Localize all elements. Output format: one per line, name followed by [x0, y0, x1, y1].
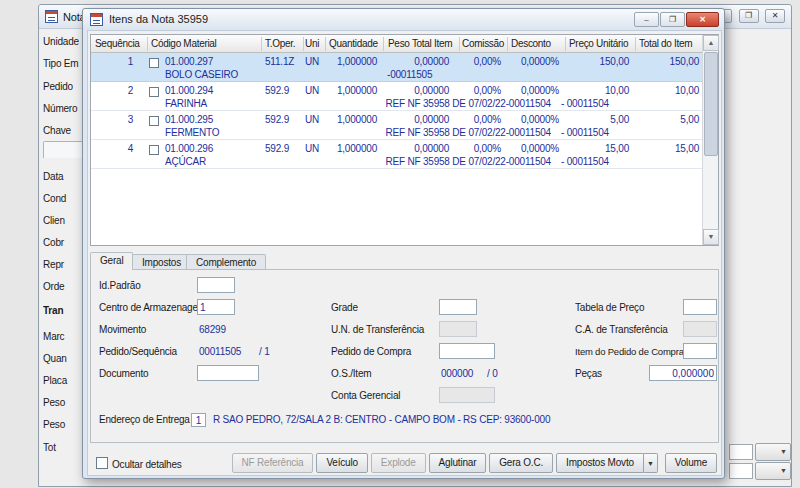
- cell-codigo: 01.000.295: [165, 114, 213, 126]
- bg-partial-field-2[interactable]: [729, 463, 753, 479]
- item-pedido-compra-field[interactable]: [683, 343, 717, 359]
- nf-referencia-button[interactable]: NF Referência: [232, 453, 314, 473]
- tabela-preco-field[interactable]: [683, 299, 717, 315]
- cell-referencia-2: - 00011504: [561, 127, 609, 139]
- ca-transferencia-field: [683, 321, 717, 337]
- dialog-icon: [90, 13, 103, 26]
- col-header-quantidade[interactable]: Quantidade: [329, 38, 378, 49]
- gera-oc-button[interactable]: Gera O.C.: [489, 453, 553, 473]
- endereco-entrega-label: Endereço de Entrega: [99, 412, 190, 428]
- footer-buttons: NF Referência Veículo Explode Aglutinar …: [229, 453, 717, 473]
- dialog-titlebar[interactable]: Itens da Nota 35959 – ❐ ✕: [83, 9, 724, 30]
- col-header-codigo[interactable]: Código Material: [151, 38, 217, 49]
- scroll-down-icon[interactable]: ▼: [703, 229, 719, 245]
- itens-da-nota-dialog: Itens da Nota 35959 – ❐ ✕ Sequência Códi…: [82, 8, 725, 479]
- bg-partial-dropdown-2[interactable]: ▼: [755, 462, 791, 480]
- col-header-desconto[interactable]: Desconto: [511, 38, 551, 49]
- table-row[interactable]: 4 01.000.296 592.9 UN 1,000000 0,00000 0…: [91, 140, 702, 169]
- cell-uni: UN: [305, 143, 319, 155]
- bg-label-peso2: Peso: [43, 419, 85, 430]
- chevron-down-icon[interactable]: ▼: [644, 453, 658, 473]
- grade-field[interactable]: [439, 299, 477, 315]
- cell-descricao: FARINHA: [165, 98, 207, 110]
- tab-complemento[interactable]: Complemento: [186, 254, 266, 270]
- scrollbar-thumb[interactable]: [704, 52, 718, 156]
- cell-descricao: FERMENTO: [165, 127, 219, 139]
- veiculo-button[interactable]: Veículo: [316, 453, 367, 473]
- background-form-labels: Unidade Tipo Em Pedido Número Chave Data…: [41, 33, 85, 485]
- pecas-label: Peças: [575, 366, 602, 382]
- bg-label-unidade: Unidade: [43, 36, 85, 47]
- aglutinar-button[interactable]: Aglutinar: [429, 453, 487, 473]
- col-header-comissao[interactable]: Comissão: [462, 38, 504, 49]
- bg-partial-field-1[interactable]: [729, 444, 753, 460]
- cell-preco: 15,00: [567, 143, 629, 155]
- minimize-icon[interactable]: –: [634, 12, 659, 27]
- col-header-toper[interactable]: T.Oper.: [265, 38, 295, 49]
- cell-quantidade: 1,000000: [321, 56, 377, 68]
- cell-peso: 0,00000: [387, 85, 449, 97]
- cell-peso: 0,00000: [387, 114, 449, 126]
- centro-armazenagem-field[interactable]: [197, 299, 235, 315]
- col-header-uni[interactable]: Uni: [305, 38, 319, 49]
- un-transferencia-label: U.N. de Transferência: [331, 322, 424, 338]
- cell-toper: 592.9: [265, 114, 289, 126]
- col-header-preco[interactable]: Preço Unitário: [569, 38, 628, 49]
- chevron-down-icon: ▼: [780, 467, 787, 474]
- ocultar-detalhes-checkbox[interactable]: [96, 457, 108, 469]
- bg-tab-fragment[interactable]: [43, 141, 85, 158]
- maximize-icon[interactable]: ❐: [739, 9, 759, 23]
- bg-label-chave: Chave: [43, 125, 85, 136]
- bg-label-numero: Número: [43, 103, 85, 114]
- close-icon[interactable]: ✕: [765, 9, 785, 23]
- items-grid: Sequência Código Material T.Oper. Uni Qu…: [90, 34, 719, 246]
- row-checkbox[interactable]: [149, 145, 159, 155]
- table-row[interactable]: 3 01.000.295 592.9 UN 1,000000 0,00000 0…: [91, 111, 702, 140]
- cell-descricao: AÇÚCAR: [165, 156, 206, 168]
- movimento-label: Movimento: [99, 322, 146, 338]
- cell-referencia: REF NF 35958 DE 07/02/22-00011504: [291, 156, 551, 168]
- bg-partial-dropdown-1[interactable]: ▼: [755, 443, 791, 461]
- cell-comissao: 0,00%: [459, 85, 501, 97]
- tab-impostos[interactable]: Impostos: [132, 254, 191, 270]
- col-header-peso[interactable]: Peso Total Item: [388, 38, 452, 49]
- cell-referencia: -00011505: [387, 69, 432, 81]
- pecas-field[interactable]: [649, 365, 717, 381]
- pedido-compra-field[interactable]: [439, 343, 495, 359]
- row-checkbox[interactable]: [149, 87, 159, 97]
- cell-total: 150,00: [637, 56, 699, 68]
- cell-quantidade: 1,000000: [321, 85, 377, 97]
- col-header-total[interactable]: Total do Item: [639, 38, 692, 49]
- volume-button[interactable]: Volume: [665, 453, 717, 473]
- grid-scrollbar[interactable]: ▲ ▼: [702, 35, 718, 245]
- scroll-up-icon[interactable]: ▲: [703, 35, 719, 51]
- cell-total: 5,00: [637, 114, 699, 126]
- un-transferencia-field: [439, 321, 477, 337]
- impostos-movto-button[interactable]: Impostos Movto: [556, 453, 644, 473]
- os-item-value: 000000: [441, 366, 473, 382]
- row-checkbox[interactable]: [149, 58, 159, 68]
- row-checkbox[interactable]: [149, 116, 159, 126]
- conta-gerencial-label: Conta Gerencial: [331, 388, 400, 404]
- id-padrao-field[interactable]: [197, 277, 235, 293]
- col-header-sequencia[interactable]: Sequência: [95, 38, 140, 49]
- cell-preco: 150,00: [567, 56, 629, 68]
- chevron-down-icon: ▼: [780, 448, 787, 455]
- conta-gerencial-field: [439, 387, 495, 403]
- bg-label-repr: Repr: [43, 259, 85, 270]
- cell-total: 15,00: [637, 143, 699, 155]
- bg-label-pedido: Pedido: [43, 81, 85, 92]
- centro-armazenagem-label: Centro de Armazenagem: [99, 300, 206, 316]
- explode-button[interactable]: Explode: [371, 453, 426, 473]
- tab-geral[interactable]: Geral: [90, 252, 133, 270]
- restore-icon[interactable]: ❐: [660, 12, 685, 27]
- table-row[interactable]: 2 01.000.294 592.9 UN 1,000000 0,00000 0…: [91, 82, 702, 111]
- cell-desconto: 0,0000%: [507, 143, 559, 155]
- documento-field[interactable]: [197, 365, 259, 381]
- close-icon[interactable]: ✕: [686, 12, 719, 27]
- table-row[interactable]: 1 01.000.297 511.1Z UN 1,000000 0,00000 …: [91, 53, 702, 82]
- endereco-entrega-numero[interactable]: 1: [191, 413, 206, 427]
- grade-label: Grade: [331, 300, 358, 316]
- cell-toper: 511.1Z: [265, 56, 294, 68]
- bg-label-cobranca: Cobr: [43, 237, 85, 248]
